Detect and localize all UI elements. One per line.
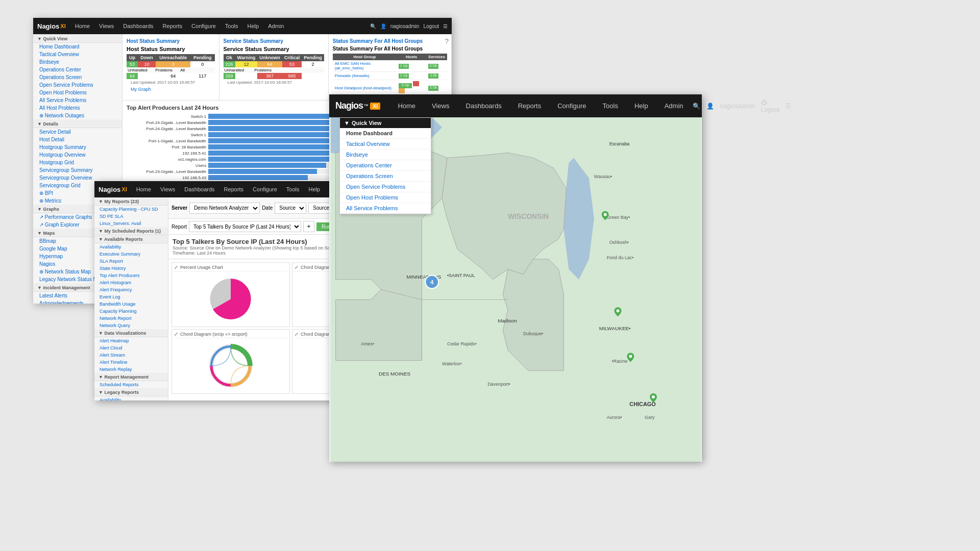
- sidebar-open-host[interactable]: Open Host Problems: [33, 89, 122, 96]
- help-icon-hg[interactable]: ?: [445, 37, 449, 45]
- avail-executive[interactable]: Executive Summary: [94, 251, 168, 258]
- nav-dashboards-w3[interactable]: Dashboards: [180, 184, 218, 194]
- sidebar-birdseye[interactable]: Birdseye: [33, 58, 122, 66]
- sidebar-servicegroup-summary[interactable]: Servicegroup Summary: [33, 166, 122, 174]
- avail-state[interactable]: State History: [94, 265, 168, 272]
- dd-operations-center[interactable]: Operations Center: [340, 160, 431, 171]
- avail-alert-histo[interactable]: Alert Histogram: [94, 279, 168, 286]
- nav-tools-w3[interactable]: Tools: [282, 184, 304, 194]
- report-item-sla[interactable]: SD PE SLA: [94, 213, 168, 220]
- legacy-availability[interactable]: Availability: [94, 396, 168, 400]
- sidebar-hostgroup-overview[interactable]: Hostgroup Overview: [33, 151, 122, 159]
- dd-operations-screen[interactable]: Operations Screen: [340, 171, 431, 182]
- server-select[interactable]: Demo Network Analyzer: [189, 203, 260, 214]
- nav-home-w2[interactable]: Home: [390, 98, 423, 114]
- sidebar-hostgroup-grid[interactable]: Hostgroup Grid: [33, 159, 122, 166]
- host-all-unreach[interactable]: 64: [156, 73, 190, 79]
- viz-heatmap[interactable]: Alert Heatmap: [94, 337, 168, 344]
- menu-icon-w2[interactable]: ☰: [786, 103, 791, 110]
- dd-all-service[interactable]: All Service Problems: [340, 203, 431, 214]
- sidebar-all-service[interactable]: All Service Problems: [33, 96, 122, 104]
- nav-dashboards-w2[interactable]: Dashboards: [459, 98, 509, 114]
- nav-admin-w1[interactable]: Admin: [264, 21, 288, 31]
- add-report-button[interactable]: +: [303, 221, 314, 232]
- sidebar-network-outages[interactable]: Network Outages: [33, 112, 122, 119]
- sidebar-operations-center[interactable]: Operations Center: [33, 66, 122, 73]
- hg-name-3[interactable]: Host Deadpool (host-deadpool): [333, 80, 397, 96]
- nav-views-w2[interactable]: Views: [425, 98, 456, 114]
- avail-network-qry[interactable]: Network Query: [94, 322, 168, 329]
- sidebar-all-host[interactable]: All Host Problems: [33, 104, 122, 112]
- nav-configure-w2[interactable]: Configure: [550, 98, 593, 114]
- logout-link-w1[interactable]: Logout: [423, 23, 439, 29]
- sidebar-service-detail[interactable]: Service Detail: [33, 128, 122, 136]
- host-unreachable-count[interactable]: 3: [156, 61, 190, 67]
- nav-help-w1[interactable]: Help: [243, 21, 263, 31]
- sidebar-home-dashboard[interactable]: Home Dashboard: [33, 43, 122, 51]
- dd-birdseye[interactable]: Birdseye: [340, 149, 431, 160]
- svc-all-unknown[interactable]: 367: [257, 73, 282, 79]
- menu-icon-w1[interactable]: ☰: [443, 23, 448, 29]
- avail-availability[interactable]: Availability: [94, 243, 168, 251]
- nav-reports-w2[interactable]: Reports: [511, 98, 549, 114]
- nav-views-w3[interactable]: Views: [156, 184, 179, 194]
- dd-tactical-overview[interactable]: Tactical Overview: [340, 139, 431, 149]
- hg-name-1[interactable]: All EMC SAN Hosts (all_emc_hsths): [333, 60, 397, 72]
- svc-unknown[interactable]: 64: [257, 61, 282, 67]
- avail-event-log[interactable]: Event Log: [94, 293, 168, 300]
- svc-pending[interactable]: 2: [302, 61, 324, 67]
- viz-timeline[interactable]: Alert Timeline: [94, 359, 168, 366]
- dd-open-service[interactable]: Open Service Problems: [340, 182, 431, 192]
- host-down-count[interactable]: 10: [138, 61, 156, 67]
- host-all-up[interactable]: 64: [127, 73, 138, 79]
- avail-sla[interactable]: SLA Report: [94, 258, 168, 265]
- sidebar-open-service[interactable]: Open Service Problems: [33, 81, 122, 89]
- svc-critical[interactable]: 53: [282, 61, 302, 67]
- host-pending-count[interactable]: 0: [190, 61, 215, 67]
- nav-tools-w1[interactable]: Tools: [221, 21, 242, 31]
- nav-home-w3[interactable]: Home: [132, 184, 155, 194]
- dd-home-dashboard[interactable]: Home Dashboard: [340, 128, 431, 139]
- nav-configure-w3[interactable]: Configure: [249, 184, 281, 194]
- avail-capacity[interactable]: Capacity Planning: [94, 308, 168, 315]
- expand-icon-chord1[interactable]: ⤢: [295, 265, 299, 270]
- host-up-count[interactable]: 53: [127, 61, 138, 67]
- report-item-avail[interactable]: Linux_Servers: Avail: [94, 220, 168, 227]
- my-graph-link[interactable]: My Graph: [127, 86, 215, 93]
- hostgroup-status-link[interactable]: Status Summary For All Host Groups: [333, 38, 447, 44]
- search-icon-w2[interactable]: 🔍: [693, 103, 700, 110]
- nav-configure-w1[interactable]: Configure: [187, 21, 220, 31]
- report-item-cpu[interactable]: Capacity Planning - CPU SD: [94, 206, 168, 213]
- nav-admin-w2[interactable]: Admin: [657, 98, 691, 114]
- svc-all-ok[interactable]: 269: [224, 73, 235, 79]
- avail-network-rpt[interactable]: Network Report: [94, 315, 168, 322]
- dd-open-host[interactable]: Open Host Problems: [340, 192, 431, 203]
- nav-reports-w1[interactable]: Reports: [159, 21, 187, 31]
- hg-name-2[interactable]: Firewalls (firewalls): [333, 72, 397, 80]
- expand-icon-chord2[interactable]: ⤢: [174, 332, 178, 337]
- svc-all-crit[interactable]: 995: [282, 73, 302, 79]
- sidebar-hostgroup-summary[interactable]: Hostgroup Summary: [33, 143, 122, 151]
- nav-dashboards-w1[interactable]: Dashboards: [119, 21, 157, 31]
- host-status-link[interactable]: Host Status Summary: [127, 38, 215, 44]
- svc-ok[interactable]: 226: [224, 61, 235, 67]
- nav-views-w1[interactable]: Views: [95, 21, 118, 31]
- sidebar-tactical-overview[interactable]: Tactical Overview: [33, 51, 122, 58]
- viz-cloud[interactable]: Alert Cloud: [94, 344, 168, 352]
- sidebar-host-detail[interactable]: Host Detail: [33, 136, 122, 143]
- nav-home-w1[interactable]: Home: [71, 21, 94, 31]
- nav-tools-w2[interactable]: Tools: [596, 98, 625, 114]
- service-status-link[interactable]: Service Status Summary: [224, 38, 324, 44]
- report-select[interactable]: Top 5 Talkers By Source IP (Last 24 Hour…: [189, 221, 301, 232]
- search-icon-w1[interactable]: 🔍: [370, 23, 376, 29]
- avail-alert-freq[interactable]: Alert Frequency: [94, 286, 168, 293]
- nav-help-w3[interactable]: Help: [305, 184, 325, 194]
- viz-replay[interactable]: Network Replay: [94, 366, 168, 373]
- sidebar-servicegroup-overview[interactable]: Servicegroup Overview: [33, 174, 122, 182]
- host-all-pending[interactable]: 117: [190, 73, 215, 79]
- date-select[interactable]: Source: [275, 203, 306, 214]
- svc-warning[interactable]: 12: [235, 61, 258, 67]
- logout-link-w2[interactable]: ⏻ Logout: [761, 99, 780, 113]
- nav-reports-w3[interactable]: Reports: [220, 184, 248, 194]
- sidebar-operations-screen[interactable]: Operations Screen: [33, 73, 122, 81]
